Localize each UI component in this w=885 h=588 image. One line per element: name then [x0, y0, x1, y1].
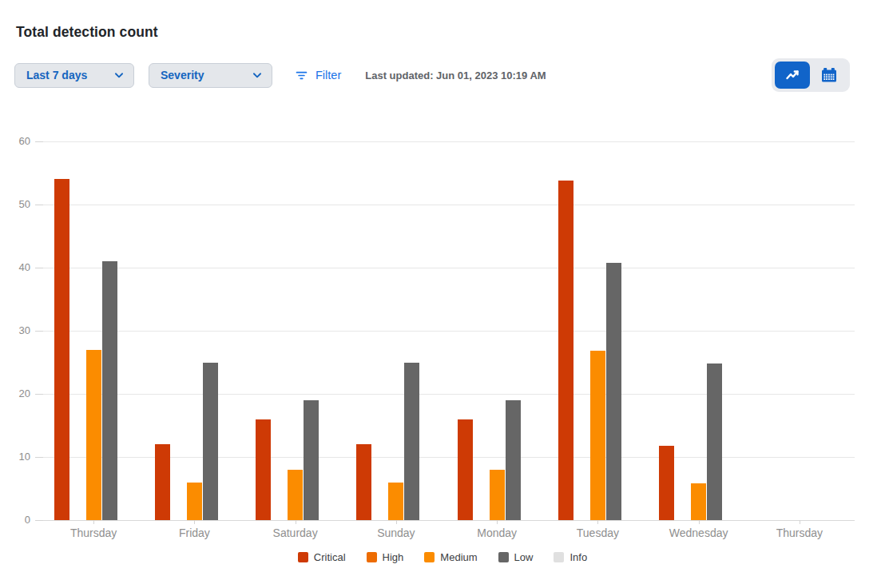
controls-bar: Last 7 days Severity Filter Last updated… [0, 58, 885, 92]
date-range-value: Last 7 days [26, 69, 87, 81]
y-axis-tick [35, 331, 43, 332]
y-axis-label: 40 [0, 261, 30, 273]
y-axis-label: 60 [0, 135, 30, 147]
chart-bar-medium [288, 470, 303, 520]
grouped-bar-chart: CriticalHighMediumLowInfo 0102030405060T… [0, 120, 885, 588]
line-chart-view-button[interactable] [775, 62, 810, 89]
x-axis-tick [93, 520, 94, 524]
x-axis-label: Monday [446, 526, 548, 539]
chart-bar-low [606, 263, 621, 520]
chart-bar-low [102, 261, 117, 520]
gridline [43, 268, 855, 268]
chart-bar-critical [458, 419, 473, 520]
legend-label: Critical [314, 551, 346, 563]
legend-item-medium[interactable]: Medium [424, 551, 477, 563]
chart-bar-low [304, 400, 319, 520]
view-toggle [772, 58, 850, 92]
gridline [43, 520, 855, 521]
legend-item-info[interactable]: Info [554, 551, 587, 563]
y-axis-tick [35, 205, 43, 205]
x-axis-label: Friday [144, 526, 245, 539]
x-axis-tick [497, 520, 498, 524]
legend-item-low[interactable]: Low [498, 551, 534, 563]
filter-label: Filter [316, 69, 341, 81]
calendar-icon [820, 66, 838, 84]
calendar-view-button[interactable] [812, 62, 847, 89]
legend-swatch [554, 552, 564, 562]
x-axis-tick [194, 520, 195, 524]
chart-bar-low [707, 364, 722, 520]
chart-bar-low [203, 363, 218, 521]
x-axis-tick [800, 520, 800, 524]
x-axis-label: Saturday [244, 526, 346, 539]
y-axis-tick [35, 141, 43, 142]
legend-swatch [498, 552, 509, 562]
last-updated-text: Last updated: Jun 01, 2023 10:19 AM [365, 70, 546, 81]
y-axis-label: 20 [0, 387, 30, 399]
x-axis-tick [699, 520, 700, 524]
chart-bar-critical [558, 181, 573, 520]
legend-swatch [367, 552, 377, 562]
detections-panel: Total detection count Last 7 days Severi… [0, 0, 885, 588]
chart-bar-critical [155, 444, 170, 520]
y-axis-tick [35, 520, 43, 521]
chart-bar-medium [388, 483, 403, 520]
y-axis-tick [35, 268, 43, 268]
legend-label: Medium [440, 551, 477, 563]
x-axis-label: Sunday [345, 526, 446, 539]
x-axis-tick [597, 520, 598, 524]
x-axis-label: Tuesday [547, 526, 649, 539]
gridline [43, 205, 855, 205]
page-title: Total detection count [16, 24, 885, 41]
legend-item-high[interactable]: High [367, 551, 404, 563]
chart-bar-low [404, 363, 419, 521]
date-range-select[interactable]: Last 7 days [14, 63, 134, 88]
legend-label: Info [569, 551, 587, 563]
chevron-down-icon [113, 70, 125, 81]
filter-button[interactable]: Filter [293, 66, 343, 85]
y-axis-label: 10 [0, 451, 30, 463]
line-chart-icon [784, 66, 801, 84]
legend-swatch [424, 552, 435, 562]
chart-bar-low [506, 400, 521, 520]
filter-lines-icon [295, 69, 308, 82]
gridline [43, 141, 855, 142]
gridline [43, 394, 855, 395]
y-axis-tick [35, 394, 43, 395]
x-axis-label: Thursday [748, 526, 850, 539]
x-axis-label: Thursday [43, 526, 145, 539]
chart-bar-medium [187, 483, 202, 520]
legend-label: Low [514, 551, 534, 563]
group-by-value: Severity [161, 69, 204, 81]
chart-bar-medium [691, 483, 706, 520]
legend-label: High [383, 551, 404, 563]
chart-bar-critical [356, 444, 371, 520]
chart-bar-critical [659, 446, 674, 520]
gridline [43, 331, 855, 332]
y-axis-label: 30 [0, 324, 30, 336]
group-by-select[interactable]: Severity [149, 63, 272, 88]
legend-item-critical[interactable]: Critical [298, 551, 346, 563]
chart-bar-medium [590, 351, 605, 520]
chart-bar-critical [54, 179, 69, 520]
chart-bar-critical [256, 419, 271, 520]
chevron-down-icon [252, 70, 263, 81]
legend-swatch [298, 552, 308, 562]
y-axis-label: 50 [0, 198, 30, 210]
chart-legend: CriticalHighMediumLowInfo [0, 551, 885, 563]
y-axis-label: 0 [0, 514, 30, 526]
chart-bar-medium [490, 470, 505, 520]
x-axis-tick [396, 520, 397, 524]
chart-bar-medium [86, 350, 101, 520]
x-axis-tick [296, 520, 296, 524]
y-axis-tick [35, 457, 43, 458]
x-axis-label: Wednesday [648, 526, 749, 539]
